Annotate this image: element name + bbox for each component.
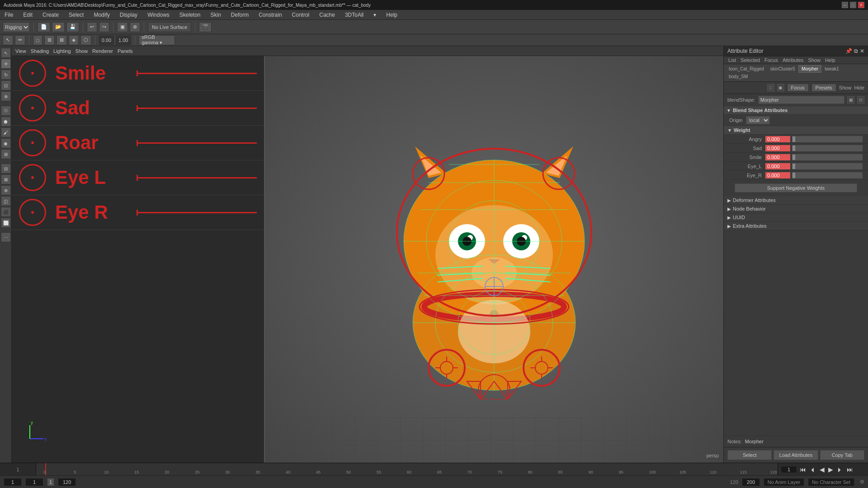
menu-3dtoall[interactable]: 3DToAll bbox=[343, 11, 365, 19]
undo-button[interactable]: ↩ bbox=[87, 22, 97, 32]
timeline-track[interactable]: 0510152025303540455055606570758085909510… bbox=[36, 463, 778, 475]
blend-slider-eyeleft[interactable] bbox=[137, 177, 257, 178]
blend-slider-roar[interactable] bbox=[137, 142, 257, 144]
open-file-button[interactable]: 📂 bbox=[52, 22, 65, 32]
timeline-frame-input[interactable] bbox=[781, 466, 797, 473]
extra-attr-header[interactable]: ▶ Extra Attributes bbox=[724, 222, 868, 230]
support-negative-weights-button[interactable]: Support Negative Weights bbox=[735, 183, 857, 192]
blend-shape-attr-header[interactable]: ▼ Blend Shape Attributes bbox=[724, 106, 868, 115]
menu-modify[interactable]: Modify bbox=[92, 11, 111, 19]
menu-skeleton[interactable]: Skeleton bbox=[178, 11, 203, 19]
attr-tab-toon[interactable]: toon_Cat_Rigged bbox=[726, 65, 767, 73]
menu-rigging[interactable]: ▾ bbox=[372, 11, 378, 19]
weight-header[interactable]: ▼ Weight bbox=[724, 126, 868, 135]
menu-skin[interactable]: Skin bbox=[209, 11, 223, 19]
viewport[interactable]: Smile Sad Roar bbox=[12, 56, 723, 463]
focus-button[interactable]: Focus bbox=[787, 84, 809, 92]
select-tool[interactable]: ▣ bbox=[117, 22, 128, 32]
attr-icon2[interactable]: ▣ bbox=[777, 84, 784, 91]
mode-select[interactable]: Rigging bbox=[3, 22, 30, 32]
deform-tool-btn[interactable]: ⊟ bbox=[1, 164, 11, 174]
menu-create[interactable]: Create bbox=[41, 11, 61, 19]
crease-tool-btn[interactable]: ⊕ bbox=[1, 185, 11, 195]
menu-control[interactable]: Control bbox=[290, 11, 311, 19]
attr-link-help[interactable]: Help bbox=[823, 57, 837, 63]
redo-button[interactable]: ↪ bbox=[99, 22, 109, 32]
blend-circle-roar[interactable] bbox=[19, 129, 46, 156]
cluster-tool-btn[interactable]: ◉ bbox=[1, 138, 11, 148]
sculpt-btn[interactable]: ⬟ bbox=[1, 117, 11, 127]
minimize-button[interactable]: ─ bbox=[842, 2, 848, 8]
settings-icon[interactable]: ⚙ bbox=[860, 479, 864, 485]
blend-circle-smile[interactable] bbox=[19, 60, 46, 87]
menu-select[interactable]: Select bbox=[67, 11, 85, 19]
attr-link-list[interactable]: List bbox=[726, 57, 738, 63]
attr-icon1[interactable]: □ bbox=[767, 84, 774, 91]
lasso-tool[interactable]: ⊕ bbox=[130, 22, 140, 32]
bs-icon-map[interactable]: ▦ bbox=[847, 96, 854, 103]
menu-cache[interactable]: Cache bbox=[317, 11, 337, 19]
select-button[interactable]: Select bbox=[727, 450, 772, 460]
weight-val-sad[interactable] bbox=[765, 145, 790, 151]
maximize-button[interactable]: □ bbox=[850, 2, 856, 8]
load-attributes-button[interactable]: Load Attributes bbox=[774, 450, 818, 460]
menu-constrain[interactable]: Constrain bbox=[257, 11, 283, 19]
copy-tab-button[interactable]: Copy Tab bbox=[820, 450, 864, 460]
paint-mode-button[interactable]: ✏ bbox=[15, 35, 25, 45]
universal-tool-btn[interactable]: ⊕ bbox=[1, 91, 11, 101]
menu-help[interactable]: Help bbox=[384, 11, 399, 19]
blend-slider-smile[interactable] bbox=[137, 73, 257, 74]
color-profile[interactable]: sRGB gamma ▾ bbox=[139, 35, 175, 45]
attr-tab-skincluster[interactable]: skinCluster5 bbox=[767, 65, 798, 73]
menu-windows[interactable]: Windows bbox=[146, 11, 171, 19]
new-file-button[interactable]: 📄 bbox=[38, 22, 50, 32]
go-to-end-button[interactable]: ⏭ bbox=[846, 466, 854, 473]
viewport-menu-show[interactable]: Show bbox=[75, 48, 88, 54]
blend-slider-eyeright[interactable] bbox=[137, 212, 257, 213]
menu-display[interactable]: Display bbox=[118, 11, 139, 19]
misc-tool-btn[interactable]: ⋯ bbox=[1, 232, 11, 242]
viewport-btn2[interactable]: ⊞ bbox=[44, 35, 55, 45]
select-tool-btn[interactable]: ↖ bbox=[1, 48, 11, 58]
blend-shape-input[interactable] bbox=[758, 96, 844, 104]
viewport-menu-shading[interactable]: Shading bbox=[31, 48, 49, 54]
node-behavior-header[interactable]: ▶ Node Behavior bbox=[724, 205, 868, 213]
go-to-start-button[interactable]: ⏮ bbox=[799, 466, 807, 473]
bs-icon-2[interactable]: ⊡ bbox=[857, 96, 864, 103]
attr-close-icon[interactable]: ✕ bbox=[860, 48, 864, 54]
attr-tab-tweak[interactable]: tweak1 bbox=[821, 65, 842, 73]
attr-link-focus[interactable]: Focus bbox=[763, 57, 780, 63]
prev-frame-button[interactable]: ⏴ bbox=[809, 466, 817, 473]
weight-slider-angry[interactable] bbox=[792, 136, 863, 142]
attr-link-show[interactable]: Show bbox=[806, 57, 822, 63]
attr-tab-body[interactable]: body_SM bbox=[726, 73, 751, 80]
play-backward-button[interactable]: ◀ bbox=[819, 466, 826, 473]
play-forward-button[interactable]: ▶ bbox=[827, 466, 834, 473]
viewport-btn3[interactable]: ⊠ bbox=[57, 35, 67, 45]
viewport-menu-panels[interactable]: Panels bbox=[118, 48, 133, 54]
select-mode-button[interactable]: ↖ bbox=[3, 35, 13, 45]
uuid-header[interactable]: ▶ UUID bbox=[724, 213, 868, 222]
attr-link-attributes[interactable]: Attributes bbox=[781, 57, 805, 63]
smooth-tool-btn[interactable]: ◫ bbox=[1, 196, 11, 206]
close-button[interactable]: ✕ bbox=[858, 2, 864, 8]
attr-float-icon[interactable]: ⧉ bbox=[854, 48, 858, 54]
deformer-attr-header[interactable]: ▶ Deformer Attributes bbox=[724, 196, 868, 205]
attr-pin-icon[interactable]: 📌 bbox=[845, 48, 852, 54]
weight-val-smile[interactable] bbox=[765, 154, 790, 160]
viewport-menu-renderer[interactable]: Renderer bbox=[92, 48, 113, 54]
scale-tool-btn[interactable]: ⊡ bbox=[1, 80, 11, 90]
blend-circle-eyeright[interactable] bbox=[19, 199, 46, 226]
attr-link-selected[interactable]: Selected bbox=[739, 57, 762, 63]
menu-file[interactable]: File bbox=[3, 11, 15, 19]
snap-tool-btn[interactable]: ⊞ bbox=[1, 149, 11, 159]
attr-tab-morpher[interactable]: Morpher bbox=[798, 65, 821, 73]
viewport-menu-lighting[interactable]: Lighting bbox=[53, 48, 71, 54]
weight-slider-sad[interactable] bbox=[792, 145, 863, 151]
blend-circle-eyeleft[interactable] bbox=[19, 164, 46, 191]
origin-select[interactable]: local world bbox=[746, 116, 770, 124]
weight-slider-eyeright[interactable] bbox=[792, 172, 863, 178]
menu-edit[interactable]: Edit bbox=[21, 11, 34, 19]
viewport-btn5[interactable]: ⬡ bbox=[80, 35, 91, 45]
viewport-btn4[interactable]: ◈ bbox=[69, 35, 79, 45]
